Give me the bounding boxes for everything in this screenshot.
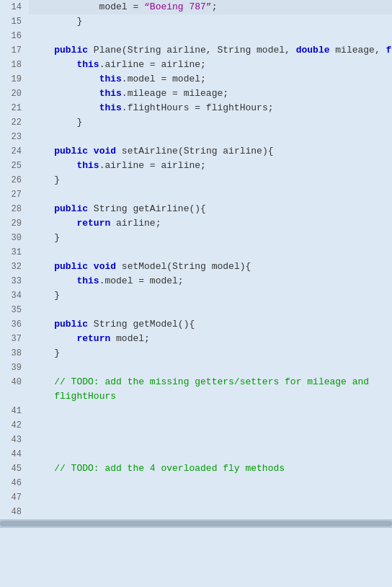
line-num-31: 31: [0, 245, 29, 260]
line-num-26: 26: [0, 173, 29, 187]
line-content-46: [29, 476, 392, 490]
line-content-34: }: [29, 288, 392, 303]
code-line-42: 42: [0, 418, 392, 433]
line-content-35: [29, 303, 392, 317]
line-content-27: [29, 187, 392, 202]
line-content-44: [29, 447, 392, 462]
line-content-41: [29, 404, 392, 418]
code-line-15: 15 }: [0, 14, 392, 29]
line-num-47: 47: [0, 490, 29, 505]
line-content-24: public void setAirline(String airline){: [29, 144, 392, 159]
line-content-30: }: [29, 231, 392, 245]
line-content-45: // TODO: add the 4 overloaded fly method…: [29, 462, 392, 476]
code-line-18: 18 this.airline = airline;: [0, 58, 392, 72]
line-content-16: [29, 29, 392, 43]
line-content-47: [29, 490, 392, 505]
code-line-40: 40 // TODO: add the missing getters/sett…: [0, 375, 392, 404]
line-num-24: 24: [0, 144, 29, 159]
line-content-14: model = “Boeing 787”;: [29, 0, 392, 14]
line-num-19: 19: [0, 72, 29, 87]
line-num-33: 33: [0, 274, 29, 288]
code-line-30: 30 }: [0, 231, 392, 245]
code-line-20: 20 this.mileage = mileage;: [0, 87, 392, 101]
line-num-44: 44: [0, 447, 29, 462]
code-line-17: 17 public Plane(String airline, String m…: [0, 43, 392, 58]
code-line-19: 19 this.model = model;: [0, 72, 392, 87]
code-line-39: 39: [0, 361, 392, 375]
line-num-39: 39: [0, 361, 29, 375]
line-content-25: this.airline = airline;: [29, 159, 392, 173]
line-content-31: [29, 245, 392, 260]
code-line-35: 35: [0, 303, 392, 317]
line-content-32: public void setModel(String model){: [29, 260, 392, 274]
code-line-33: 33 this.model = model;: [0, 274, 392, 288]
code-line-48: 48: [0, 505, 392, 519]
code-line-29: 29 return airline;: [0, 216, 392, 231]
line-content-42: [29, 418, 392, 433]
line-num-27: 27: [0, 187, 29, 202]
line-content-23: [29, 130, 392, 144]
line-num-43: 43: [0, 433, 29, 447]
line-num-45: 45: [0, 462, 29, 476]
line-content-36: public String getModel(){: [29, 317, 392, 332]
line-num-23: 23: [0, 130, 29, 144]
line-num-32: 32: [0, 260, 29, 274]
line-num-41: 41: [0, 404, 29, 418]
code-line-27: 27: [0, 187, 392, 202]
line-num-42: 42: [0, 418, 29, 433]
line-num-48: 48: [0, 505, 29, 519]
code-line-41: 41: [0, 404, 392, 418]
line-content-43: [29, 433, 392, 447]
code-line-36: 36 public String getModel(){: [0, 317, 392, 332]
code-line-38: 38 }: [0, 346, 392, 361]
line-content-19: this.model = model;: [29, 72, 392, 87]
code-editor: 14 model = “Boeing 787”; 15 } 16 17 publ…: [0, 0, 392, 587]
line-num-30: 30: [0, 231, 29, 245]
line-content-18: this.airline = airline;: [29, 58, 392, 72]
code-line-14: 14 model = “Boeing 787”;: [0, 0, 392, 14]
code-line-24: 24 public void setAirline(String airline…: [0, 144, 392, 159]
line-content-15: }: [29, 14, 392, 29]
line-num-17: 17: [0, 43, 29, 58]
line-content-20: this.mileage = mileage;: [29, 87, 392, 101]
code-lines: 14 model = “Boeing 787”; 15 } 16 17 publ…: [0, 0, 392, 519]
line-num-37: 37: [0, 332, 29, 346]
line-content-22: }: [29, 115, 392, 130]
line-num-18: 18: [0, 58, 29, 72]
line-num-25: 25: [0, 159, 29, 173]
horizontal-scrollbar[interactable]: [0, 519, 392, 528]
code-line-47: 47: [0, 490, 392, 505]
code-line-25: 25 this.airline = airline;: [0, 159, 392, 173]
line-num-28: 28: [0, 202, 29, 216]
code-line-16: 16: [0, 29, 392, 43]
code-line-37: 37 return model;: [0, 332, 392, 346]
line-content-29: return airline;: [29, 216, 392, 231]
code-line-32: 32 public void setModel(String model){: [0, 260, 392, 274]
line-num-35: 35: [0, 303, 29, 317]
line-num-29: 29: [0, 216, 29, 231]
code-line-34: 34 }: [0, 288, 392, 303]
code-line-46: 46: [0, 476, 392, 490]
line-content-17: public Plane(String airline, String mode…: [29, 43, 392, 58]
line-content-39: [29, 361, 392, 375]
line-num-34: 34: [0, 288, 29, 303]
line-num-40: 40: [0, 375, 29, 389]
code-line-23: 23: [0, 130, 392, 144]
line-num-38: 38: [0, 346, 29, 361]
line-num-20: 20: [0, 87, 29, 101]
line-content-26: }: [29, 173, 392, 187]
line-num-16: 16: [0, 29, 29, 43]
code-line-26: 26 }: [0, 173, 392, 187]
code-line-22: 22 }: [0, 115, 392, 130]
code-line-28: 28 public String getAirline(){: [0, 202, 392, 216]
line-num-46: 46: [0, 476, 29, 490]
line-num-15: 15: [0, 14, 29, 29]
line-num-22: 22: [0, 115, 29, 130]
line-content-33: this.model = model;: [29, 274, 392, 288]
line-content-38: }: [29, 346, 392, 361]
line-num-36: 36: [0, 317, 29, 332]
line-content-37: return model;: [29, 332, 392, 346]
code-line-45: 45 // TODO: add the 4 overloaded fly met…: [0, 462, 392, 476]
code-line-43: 43: [0, 433, 392, 447]
code-line-21: 21 this.flightHours = flightHours;: [0, 101, 392, 115]
